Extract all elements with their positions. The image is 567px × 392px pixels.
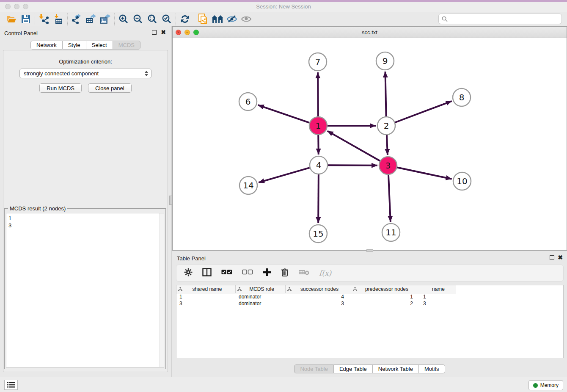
task-history-button[interactable]: [4, 380, 18, 390]
cell-name[interactable]: 1: [420, 293, 456, 300]
export-table-button[interactable]: [84, 13, 98, 25]
graph-node-9[interactable]: 9: [376, 52, 394, 70]
graph-node-7[interactable]: 7: [309, 53, 327, 71]
import-table-button[interactable]: [51, 13, 66, 25]
node-label: 15: [313, 229, 323, 239]
edge-4-to-3[interactable]: [328, 165, 377, 166]
close-panel-button[interactable]: Close panel: [88, 83, 132, 93]
tab-mcds[interactable]: MCDS: [113, 41, 140, 50]
delete-table-button[interactable]: [298, 269, 309, 277]
run-mcds-button[interactable]: Run MCDS: [39, 83, 82, 93]
edge-1-to-7[interactable]: [318, 72, 318, 116]
column-label: successor nodes: [292, 286, 351, 292]
column-header-predecessor-nodes[interactable]: predecessor nodes: [351, 285, 420, 293]
tab-network-table[interactable]: Network Table: [373, 364, 419, 373]
graph-node-3[interactable]: 3: [379, 157, 397, 174]
column-header-MCDS-role[interactable]: MCDS role: [236, 285, 286, 293]
cell-successor-nodes[interactable]: 3: [286, 300, 351, 307]
cell-shared-name[interactable]: 3: [176, 300, 236, 307]
export-network-icon: [71, 14, 82, 24]
graph-node-6[interactable]: 6: [239, 93, 257, 110]
memory-button[interactable]: Memory: [528, 380, 563, 390]
tab-motifs[interactable]: Motifs: [419, 364, 445, 373]
float-panel-icon[interactable]: [152, 30, 157, 35]
node-label: 9: [383, 56, 388, 66]
criterion-select[interactable]: strongly connected component: [19, 69, 151, 78]
criterion-selected-value: strongly connected component: [24, 70, 99, 77]
search-input[interactable]: [450, 16, 561, 22]
save-session-button[interactable]: [19, 13, 33, 25]
duplicate-network-button[interactable]: [196, 13, 210, 25]
hide-selected-button[interactable]: [225, 13, 239, 25]
tab-node-table[interactable]: Node Table: [294, 364, 334, 373]
tab-network[interactable]: Network: [30, 41, 63, 50]
control-panel: Control Panel ✖ NetworkStyleSelectMCDS O…: [0, 26, 171, 377]
edge-2-to-8[interactable]: [395, 101, 452, 122]
show-all-button[interactable]: [239, 13, 253, 25]
export-image-button[interactable]: [98, 13, 113, 25]
graph-node-1[interactable]: 1: [309, 117, 327, 135]
graph-node-10[interactable]: 10: [453, 172, 471, 190]
edge-2-to-3[interactable]: [387, 135, 388, 155]
table-settings-button[interactable]: [184, 268, 193, 278]
graph-node-8[interactable]: 8: [453, 88, 471, 106]
apply-layout-button[interactable]: [178, 13, 192, 25]
cell-successor-nodes[interactable]: 4: [286, 293, 351, 300]
show-home-panel-button[interactable]: [210, 13, 225, 25]
float-table-panel-icon[interactable]: [550, 255, 554, 260]
zoom-fit-button[interactable]: [145, 13, 160, 25]
edge-2-to-9[interactable]: [385, 72, 386, 116]
cell-MCDS-role[interactable]: dominator: [236, 300, 286, 307]
mcds-result-textarea[interactable]: 1 3: [6, 213, 164, 367]
window-title: Session: New Session: [0, 3, 567, 10]
graph-node-2[interactable]: 2: [377, 117, 395, 135]
cell-predecessor-nodes[interactable]: 1: [351, 293, 420, 300]
zoom-selected-button[interactable]: [160, 13, 174, 25]
close-panel-icon[interactable]: ✖: [161, 29, 166, 36]
table-panel-header: Table Panel ✖: [172, 252, 567, 263]
edge-3-to-1[interactable]: [328, 131, 380, 161]
cell-name[interactable]: 3: [420, 300, 456, 307]
graph-node-14[interactable]: 14: [239, 177, 257, 194]
result-scrollbar[interactable]: [160, 213, 164, 367]
network-graph-canvas[interactable]: 7968124314101511: [173, 38, 567, 248]
edge-4-to-14[interactable]: [259, 168, 310, 182]
edge-3-to-10[interactable]: [397, 168, 452, 179]
table-row[interactable]: 3dominator323: [176, 300, 563, 307]
cell-MCDS-role[interactable]: dominator: [236, 293, 286, 300]
edge-1-to-6[interactable]: [258, 105, 310, 123]
graph-node-11[interactable]: 11: [382, 224, 400, 241]
open-session-button[interactable]: [4, 13, 19, 25]
column-header-name[interactable]: name: [420, 285, 456, 293]
function-builder-button[interactable]: f(x): [319, 269, 331, 277]
import-table-icon: [53, 14, 63, 24]
hide-all-columns-button[interactable]: [242, 269, 253, 277]
import-network-button[interactable]: [37, 13, 51, 25]
edge-4-to-15[interactable]: [318, 174, 319, 223]
tab-edge-table[interactable]: Edge Table: [334, 364, 373, 373]
create-column-button[interactable]: [263, 268, 271, 278]
column-header-shared-name[interactable]: shared name: [176, 285, 236, 293]
graph-node-4[interactable]: 4: [310, 156, 328, 174]
zoom-in-button[interactable]: [116, 13, 131, 25]
cell-predecessor-nodes[interactable]: 2: [351, 300, 420, 307]
split-columns-icon: [202, 268, 212, 276]
search-field[interactable]: [438, 14, 562, 24]
table-panel: Table Panel ✖: [172, 252, 567, 377]
tab-select[interactable]: Select: [86, 41, 113, 50]
graph-node-15[interactable]: 15: [309, 225, 327, 243]
table-row[interactable]: 1dominator411: [176, 293, 563, 300]
show-all-columns-button[interactable]: [221, 269, 232, 277]
toolbar-separator: [114, 13, 115, 25]
toggle-panel-layout-button[interactable]: [202, 268, 212, 278]
cell-shared-name[interactable]: 1: [176, 293, 236, 300]
column-header-successor-nodes[interactable]: successor nodes: [286, 285, 351, 293]
export-network-button[interactable]: [69, 13, 84, 25]
close-table-panel-icon[interactable]: ✖: [558, 254, 563, 261]
edge-3-to-11[interactable]: [388, 175, 391, 222]
delete-column-button[interactable]: [281, 268, 289, 278]
toolbar-separator: [176, 13, 176, 25]
zoom-out-button[interactable]: [131, 13, 145, 25]
node-table[interactable]: shared nameMCDS rolesuccessor nodesprede…: [176, 285, 564, 358]
tab-style[interactable]: Style: [63, 41, 86, 50]
